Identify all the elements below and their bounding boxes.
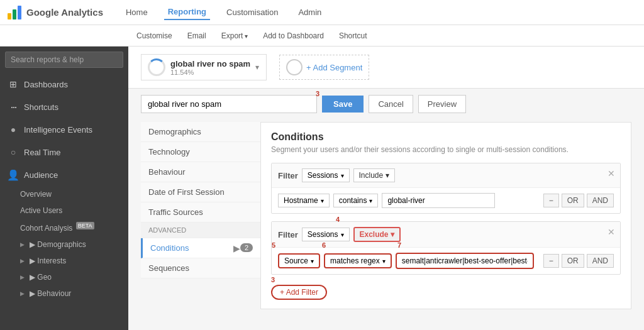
- intelligence-icon: ●: [8, 124, 19, 135]
- sidebar-item-label: Dashboards: [24, 80, 68, 89]
- sidebar-item-audience[interactable]: 👤 Audience: [0, 163, 128, 186]
- cohort-label: Cohort Analysis: [20, 224, 72, 233]
- filter-value-input-1[interactable]: [382, 193, 495, 208]
- sidebar-sub-overview[interactable]: Overview: [0, 186, 128, 202]
- annotation-4: 4: [336, 216, 340, 223]
- sidebar-sub-behaviour[interactable]: ▶ Behaviour: [0, 285, 128, 302]
- dashboards-icon: ⊞: [8, 79, 19, 90]
- svg-rect-0: [8, 13, 11, 19]
- nav-reporting[interactable]: Reporting: [164, 4, 210, 20]
- nav-admin[interactable]: Admin: [294, 5, 325, 19]
- menu-item-demographics[interactable]: Demographics: [141, 122, 260, 142]
- filter-block-2: Filter Sessions 4 Exclude ▾ ✕ 5 Source 6: [271, 221, 621, 275]
- filter-and-1[interactable]: AND: [587, 194, 614, 207]
- include-dropdown[interactable]: Include ▾: [353, 168, 395, 182]
- filter-or-1[interactable]: OR: [562, 194, 584, 207]
- segment-box[interactable]: global river no spam 11.54% ▾: [141, 54, 267, 80]
- conditions-desc: Segment your users and/or their sessions…: [271, 145, 621, 154]
- filter-actions-2: − OR AND: [543, 254, 614, 268]
- demographics-label: ▶ Demographics: [30, 240, 86, 249]
- sessions-dropdown-1[interactable]: Sessions: [302, 168, 350, 182]
- sidebar-item-label: Intelligence Events: [24, 125, 92, 135]
- sidebar-item-intelligence[interactable]: ● Intelligence Events: [0, 118, 128, 141]
- sidebar-item-dashboards[interactable]: ⊞ Dashboards: [0, 73, 128, 96]
- add-segment-label: + Add Segment: [306, 63, 362, 72]
- preview-button[interactable]: Preview: [418, 95, 466, 113]
- segment-percent: 11.54%: [170, 69, 250, 76]
- cancel-button[interactable]: Cancel: [369, 95, 413, 113]
- filter-actions-1: − OR AND: [543, 194, 614, 207]
- add-segment-button[interactable]: + Add Segment: [279, 55, 369, 80]
- conditions-arrow-icon: ▶: [233, 243, 240, 253]
- realtime-icon: ○: [8, 146, 19, 158]
- source-dropdown[interactable]: Source: [278, 253, 320, 268]
- menu-item-date-first-session[interactable]: Date of First Session: [141, 182, 260, 202]
- interests-label: ▶ Interests: [30, 256, 66, 265]
- sidebar-item-shortcuts[interactable]: ··· Shortcuts: [0, 96, 128, 118]
- sidebar-item-label: Real Time: [24, 148, 61, 157]
- filter-row-1: Hostname contains − OR AND: [272, 188, 620, 213]
- annotation-3-bottom: 3: [271, 276, 275, 283]
- exclude-dropdown[interactable]: Exclude ▾: [353, 227, 401, 242]
- sidebar-sub-geo[interactable]: ▶ Geo: [0, 269, 128, 285]
- sessions-dropdown-2[interactable]: Sessions: [302, 228, 350, 241]
- toolbar-customise[interactable]: Customise: [129, 25, 180, 47]
- main-layout: ⊞ Dashboards ··· Shortcuts ● Intelligenc…: [0, 47, 644, 330]
- segment-name: global river no spam: [170, 59, 250, 69]
- filter-close-1[interactable]: ✕: [608, 168, 615, 179]
- sidebar-item-label: Audience: [24, 170, 58, 180]
- editor-body: Demographics Technology Behaviour Date o…: [141, 122, 631, 309]
- save-button[interactable]: Save: [322, 96, 364, 113]
- menu-item-traffic-sources[interactable]: Traffic Sources: [141, 202, 260, 223]
- segment-name-input[interactable]: [141, 95, 317, 113]
- add-filter-container: 3 + Add Filter: [271, 282, 327, 300]
- segment-editor: 3 Save Cancel Preview Demographics Techn…: [128, 89, 644, 316]
- conditions-panel: Conditions Segment your users and/or the…: [260, 122, 631, 309]
- toolbar-export[interactable]: Export: [214, 25, 255, 47]
- advanced-section-label: Advanced: [141, 223, 260, 238]
- annotation-7: 7: [397, 241, 401, 249]
- filter-row-2: 5 Source 6 matches regex 7 − OR AND: [272, 248, 620, 274]
- filter-close-2[interactable]: ✕: [608, 227, 615, 237]
- nav-customisation[interactable]: Customisation: [223, 5, 282, 19]
- contains-dropdown[interactable]: contains: [333, 194, 379, 207]
- filter-value-input-2[interactable]: [396, 253, 534, 269]
- conditions-badge: 2: [240, 243, 253, 252]
- matches-regex-dropdown[interactable]: matches regex: [324, 253, 392, 268]
- content-area: global river no spam 11.54% ▾ + Add Segm…: [128, 47, 644, 330]
- conditions-menu-label: Conditions: [150, 243, 189, 253]
- add-filter-button[interactable]: + Add Filter: [271, 285, 327, 300]
- filter-minus-1[interactable]: −: [543, 194, 559, 207]
- segment-dropdown-icon[interactable]: ▾: [255, 63, 259, 72]
- search-input[interactable]: [5, 52, 123, 68]
- filter-label-1: Filter: [278, 171, 298, 180]
- filter-or-2[interactable]: OR: [562, 254, 584, 268]
- filter-label-2: Filter: [278, 230, 298, 239]
- sidebar-sub-cohort[interactable]: Cohort Analysis BETA: [0, 219, 128, 236]
- menu-item-technology[interactable]: Technology: [141, 142, 260, 162]
- sidebar-search-area: [0, 47, 128, 73]
- toolbar-add-to-dashboard[interactable]: Add to Dashboard: [255, 25, 331, 47]
- top-navigation: Google Analytics Home Reporting Customis…: [0, 0, 644, 25]
- sidebar-item-realtime[interactable]: ○ Real Time: [0, 141, 128, 163]
- svg-rect-2: [18, 6, 21, 19]
- segment-name-row: 3 Save Cancel Preview: [141, 95, 631, 113]
- menu-item-behaviour[interactable]: Behaviour: [141, 162, 260, 182]
- editor-left-menu: Demographics Technology Behaviour Date o…: [141, 122, 260, 309]
- filter-and-2[interactable]: AND: [587, 254, 614, 268]
- sidebar-sub-interests[interactable]: ▶ Interests: [0, 253, 128, 269]
- toolbar-email[interactable]: Email: [180, 25, 214, 47]
- add-segment-circle: [286, 59, 303, 75]
- hostname-dropdown[interactable]: Hostname: [278, 194, 330, 207]
- geo-label: ▶ Geo: [30, 273, 52, 282]
- menu-item-sequences[interactable]: Sequences: [141, 258, 260, 278]
- sidebar-sub-demographics[interactable]: ▶ Demographics: [0, 236, 128, 253]
- filter-minus-2[interactable]: −: [543, 254, 559, 268]
- filter-block-1: Filter Sessions Include ▾ ✕ Hostname con…: [271, 163, 621, 214]
- menu-item-conditions[interactable]: Conditions 2 ▶: [141, 238, 260, 258]
- annotation-6: 6: [322, 241, 326, 249]
- nav-home[interactable]: Home: [122, 5, 152, 19]
- filter-header-1: Filter Sessions Include ▾ ✕: [272, 163, 620, 188]
- sidebar-sub-active-users[interactable]: Active Users: [0, 202, 128, 219]
- toolbar-shortcut[interactable]: Shortcut: [331, 25, 375, 47]
